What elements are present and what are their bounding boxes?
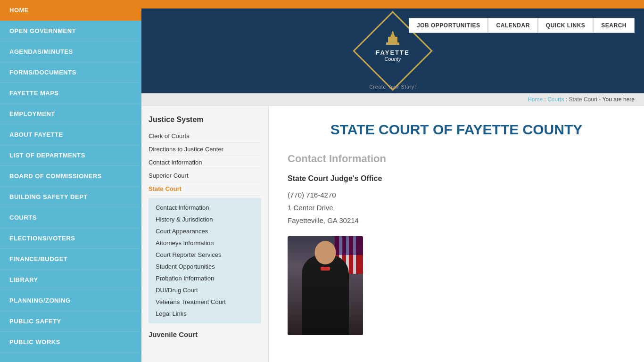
sidebar-item-about-fayette[interactable]: ABOUT FAYETTE — [0, 124, 141, 145]
page-title: STATE COURT OF FAYETTE COUNTY — [288, 120, 625, 139]
sidebar-item-home[interactable]: HOME — [0, 0, 141, 21]
breadcrumb-bar: Home : Courts : State Court - You are he… — [141, 93, 644, 106]
left-nav-link-clerk-of-courts[interactable]: Clerk of Courts — [149, 130, 261, 143]
svg-rect-2 — [388, 37, 397, 42]
left-nav-link-directions-to-justice-center[interactable]: Directions to Justice Center — [149, 143, 261, 156]
subnav-link-contact-information[interactable]: Contact Information — [149, 202, 261, 214]
sidebar-item-planning-zoning[interactable]: PLANNING/ZONING — [0, 290, 141, 311]
phone-number: (770) 716-4270 — [288, 189, 625, 201]
address-line1: 1 Center Drive — [288, 201, 625, 214]
subnav-link-history-jurisdiction[interactable]: History & Jurisdiction — [149, 214, 261, 225]
left-nav-section2: Juvenile Court — [149, 330, 261, 338]
judge-office-title: State Court Judge's Office — [288, 174, 625, 183]
sidebar-item-list-of-departments[interactable]: LIST OF DEPARTMENTS — [0, 145, 141, 166]
subnav-link-court-appearances[interactable]: Court Appearances — [149, 225, 261, 237]
left-nav-title: Justice System — [149, 115, 261, 124]
contact-section-heading: Contact Information — [288, 153, 625, 165]
breadcrumb-current: You are here — [603, 96, 635, 103]
sidebar-item-open-government[interactable]: OPEN GOVERNMENT — [0, 21, 141, 41]
sidebar-item-forms-documents[interactable]: FORMS/DOCUMENTS — [0, 62, 141, 83]
subnav-link-court-reporter-services[interactable]: Court Reporter Services — [149, 249, 261, 261]
subnav-link-dui-drug-court[interactable]: DUI/Drug Court — [149, 284, 261, 296]
main-area: FAYETTE County JOB OPPORTUNITIESCALENDAR… — [141, 0, 644, 362]
sidebar-item-finance-budget[interactable]: FINANCE/BUDGET — [0, 249, 141, 270]
sidebar-item-elections-voters[interactable]: ELECTIONS/VOTERS — [0, 228, 141, 249]
breadcrumb-sep2: : State Court - — [566, 96, 601, 103]
sidebar-item-agendas-minutes[interactable]: AGENDAS/MINUTES — [0, 41, 141, 62]
svg-rect-3 — [386, 42, 399, 45]
left-nav-link-state-court[interactable]: State Court — [149, 182, 261, 196]
sidebar-item-public-works[interactable]: PUBLIC WORKS — [0, 332, 141, 353]
sidebar-item-courts[interactable]: COURTS — [0, 207, 141, 228]
capitol-icon — [383, 30, 402, 49]
subnav-link-attorneys-information[interactable]: Attorneys Information — [149, 237, 261, 249]
subnav-panel: Contact InformationHistory & Jurisdictio… — [149, 198, 261, 323]
main-content: STATE COURT OF FAYETTE COUNTY Contact In… — [269, 106, 644, 362]
left-nav-panel: Justice System Clerk of CourtsDirections… — [141, 106, 269, 362]
sidebar-item-employment[interactable]: EMPLOYMENT — [0, 104, 141, 124]
breadcrumb-courts[interactable]: Courts — [547, 96, 564, 103]
subnav-link-veterans-treatment-court[interactable]: Veterans Treatment Court — [149, 296, 261, 308]
svg-marker-1 — [390, 31, 395, 37]
subnav-link-legal-links[interactable]: Legal Links — [149, 308, 261, 320]
sidebar: HOMEOPEN GOVERNMENTAGENDAS/MINUTESFORMS/… — [0, 0, 141, 362]
judge-photo — [288, 236, 363, 335]
contact-info-block: (770) 716-4270 1 Center Drive Fayettevil… — [288, 189, 625, 227]
sidebar-item-board-of-commissioners[interactable]: BOARD OF COMMISSIONERS — [0, 166, 141, 187]
header: FAYETTE County JOB OPPORTUNITIESCALENDAR… — [141, 8, 644, 93]
logo-tagline: Create Your Story! — [369, 84, 416, 90]
nav-btn-job-opportunities[interactable]: JOB OPPORTUNITIES — [409, 18, 488, 33]
nav-btn-quick-links[interactable]: QUICK LINKS — [538, 18, 594, 33]
logo-county: County — [376, 56, 409, 63]
top-orange-bar — [141, 0, 644, 8]
sidebar-item-public-safety[interactable]: PUBLIC SAFETY — [0, 311, 141, 332]
logo-fayette: FAYETTE — [376, 49, 409, 56]
nav-btn-search[interactable]: SEARCH — [593, 18, 635, 33]
sidebar-item-library[interactable]: LIBRARY — [0, 270, 141, 290]
subnav-link-probation-information[interactable]: Probation Information — [149, 272, 261, 284]
left-nav-link-contact-information[interactable]: Contact Information — [149, 156, 261, 169]
subnav-link-student-opportunities[interactable]: Student Opportunities — [149, 261, 261, 272]
breadcrumb-home[interactable]: Home — [528, 96, 543, 103]
nav-btn-calendar[interactable]: CALENDAR — [488, 18, 537, 33]
address-line2: Fayetteville, GA 30214 — [288, 214, 625, 227]
sidebar-item-fayette-maps[interactable]: FAYETTE MAPS — [0, 83, 141, 104]
left-nav-link-superior-court[interactable]: Superior Court — [149, 169, 261, 182]
left-nav-links-container: Clerk of CourtsDirections to Justice Cen… — [149, 130, 261, 323]
sidebar-item-building-safety-dept[interactable]: BUILDING SAFETY DEPT — [0, 187, 141, 207]
top-nav: JOB OPPORTUNITIESCALENDARQUICK LINKSSEAR… — [409, 18, 635, 33]
content-wrapper: Justice System Clerk of CourtsDirections… — [141, 106, 644, 362]
